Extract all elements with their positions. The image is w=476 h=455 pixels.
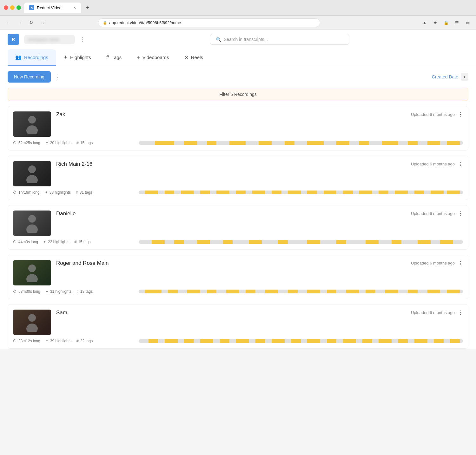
- upload-time: Uploaded 6 months ago: [411, 112, 455, 117]
- recording-meta: Uploaded 6 months ago ⋮: [411, 111, 463, 117]
- new-recording-button[interactable]: New Recording: [8, 71, 51, 83]
- tab-recordings[interactable]: 👥 Recordings: [8, 49, 56, 66]
- back-button[interactable]: ←: [4, 18, 13, 27]
- app-logo: R: [8, 34, 19, 45]
- upload-time: Uploaded 6 months ago: [411, 211, 455, 216]
- timeline-segment: [236, 191, 246, 194]
- duration-text: 38m12s long: [18, 339, 40, 343]
- tags-icon: #: [106, 55, 109, 60]
- highlight-icon: ✦: [45, 141, 49, 145]
- extensions-button[interactable]: ☰: [453, 18, 461, 27]
- recording-stats: ⏱ 58m30s long ✦ 31 highlights # 13 tags: [13, 289, 134, 294]
- close-button[interactable]: [4, 5, 8, 10]
- recording-stats: ⏱ 44m3s long ✦ 22 highlights # 15 tags: [13, 240, 134, 244]
- recording-name: Zak: [56, 111, 406, 118]
- recording-item-sam[interactable]: Sam Uploaded 6 months ago ⋮ ⏱ 38m12s lon…: [8, 304, 468, 349]
- new-tab-button[interactable]: +: [83, 3, 92, 12]
- svg-point-5: [26, 224, 38, 233]
- recording-more-button[interactable]: ⋮: [458, 161, 463, 167]
- highlights-text: 39 highlights: [50, 339, 71, 343]
- timeline-segment: [278, 240, 288, 244]
- recording-thumbnail[interactable]: [13, 260, 51, 285]
- thumb-overlay: [13, 260, 51, 285]
- timeline-segment: [181, 191, 194, 194]
- duration-text: 1hr19m long: [18, 190, 40, 195]
- recording-thumbnail[interactable]: [13, 211, 51, 236]
- toolbar-more-button[interactable]: ⋮: [55, 73, 60, 80]
- browser-nav: ← → ↻ ⌂ 🔒 app.reduct.video/#/p/5998b5f69…: [0, 16, 476, 30]
- timeline-segment: [187, 290, 200, 293]
- toolbar: New Recording ⋮ Created Date ▾: [0, 66, 476, 88]
- tags-text: 22 tags: [80, 339, 93, 343]
- recording-meta: Uploaded 6 months ago ⋮: [411, 211, 463, 217]
- workspace-selector[interactable]: workspace name: [24, 35, 75, 44]
- stat-duration: ⏱ 44m3s long: [13, 240, 38, 244]
- timeline-segment: [165, 191, 175, 194]
- timeline-segment: [246, 290, 255, 293]
- recording-top: Danielle Uploaded 6 months ago ⋮: [13, 211, 463, 236]
- recording-item-danielle[interactable]: Danielle Uploaded 6 months ago ⋮ ⏱ 44m3s…: [8, 205, 468, 250]
- active-tab[interactable]: R Reduct.Video ✕: [24, 3, 81, 13]
- recording-meta: Uploaded 6 months ago ⋮: [411, 161, 463, 167]
- search-input-wrapper[interactable]: 🔍 Search in transcripts...: [210, 34, 349, 45]
- recording-more-button[interactable]: ⋮: [458, 211, 463, 217]
- recording-name: Danielle: [56, 211, 406, 217]
- tags-text: 15 tags: [78, 240, 90, 244]
- reels-icon: ⊙: [184, 54, 188, 60]
- timeline-segment: [236, 339, 249, 343]
- reload-button[interactable]: ↻: [27, 18, 36, 27]
- duration-text: 58m30s long: [18, 289, 40, 294]
- recording-name: Sam: [56, 310, 406, 316]
- bookmark-button[interactable]: ★: [431, 18, 440, 27]
- sidebar-button[interactable]: ▭: [463, 18, 472, 27]
- tab-highlights-label: Highlights: [70, 55, 91, 60]
- highlights-text: 22 highlights: [48, 240, 69, 244]
- address-bar[interactable]: 🔒 app.reduct.video/#/p/5998b5f692/home: [98, 18, 320, 27]
- timeline-segment: [398, 339, 408, 343]
- timeline-segment: [346, 290, 359, 293]
- maximize-button[interactable]: [17, 5, 21, 10]
- highlights-text: 33 highlights: [50, 190, 71, 195]
- toolbar-right: Created Date ▾: [432, 73, 468, 81]
- timeline-segment: [408, 290, 418, 293]
- timeline-segment: [223, 240, 233, 244]
- minimize-button[interactable]: [10, 5, 15, 10]
- recording-thumbnail[interactable]: [13, 161, 51, 186]
- timeline-segment: [207, 290, 217, 293]
- recording-thumbnail[interactable]: [13, 111, 51, 137]
- tab-videoboards[interactable]: + Videoboards: [129, 50, 176, 66]
- timeline-segment: [434, 339, 444, 343]
- recording-more-button[interactable]: ⋮: [458, 310, 463, 316]
- password-button[interactable]: 🔒: [442, 18, 451, 27]
- share-button[interactable]: ▲: [420, 18, 429, 27]
- svg-point-8: [28, 314, 36, 322]
- forward-button[interactable]: →: [15, 18, 24, 27]
- recording-more-button[interactable]: ⋮: [458, 111, 463, 117]
- sort-direction-button[interactable]: ▾: [461, 73, 468, 81]
- timeline-segment: [385, 290, 398, 293]
- timeline-segment: [165, 339, 178, 343]
- tab-close-button[interactable]: ✕: [73, 6, 76, 10]
- recording-more-button[interactable]: ⋮: [458, 260, 463, 266]
- timeline-segment: [307, 141, 323, 145]
- tab-favicon: R: [29, 5, 34, 10]
- timeline-segment: [431, 191, 444, 194]
- recording-item-zak[interactable]: Zak Uploaded 6 months ago ⋮ ⏱ 52m25s lon…: [8, 106, 468, 151]
- recording-item-rich-main[interactable]: Rich Main 2-16 Uploaded 6 months ago ⋮ ⏱…: [8, 156, 468, 200]
- recording-thumbnail[interactable]: [13, 310, 51, 335]
- sort-label[interactable]: Created Date: [432, 74, 458, 79]
- home-button[interactable]: ⌂: [38, 18, 47, 27]
- timeline-segment: [200, 191, 210, 194]
- tab-highlights[interactable]: ✦ Highlights: [56, 49, 99, 66]
- tab-tags[interactable]: # Tags: [99, 50, 129, 66]
- tab-reels[interactable]: ⊙ Reels: [177, 49, 211, 66]
- header-more-button[interactable]: ⋮: [80, 36, 86, 43]
- tab-reels-label: Reels: [191, 55, 203, 60]
- timeline-segment: [307, 191, 317, 194]
- recording-item-roger-rose[interactable]: Roger and Rose Main Uploaded 6 months ag…: [8, 255, 468, 299]
- clock-icon: ⏱: [13, 190, 17, 195]
- recording-top: Sam Uploaded 6 months ago ⋮: [13, 310, 463, 335]
- recording-bottom: ⏱ 58m30s long ✦ 31 highlights # 13 tags: [13, 289, 463, 294]
- timeline-segment: [184, 339, 194, 343]
- highlight-icon: ✦: [45, 339, 49, 343]
